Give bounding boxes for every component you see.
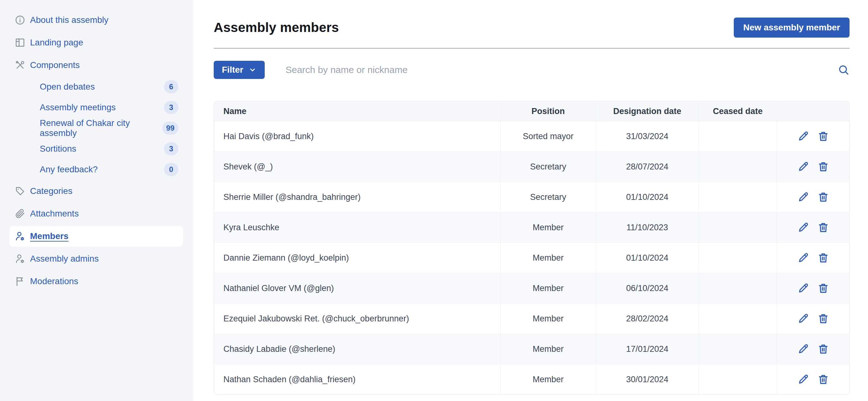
- new-assembly-member-button[interactable]: New assembly member: [734, 18, 849, 37]
- member-name: Hai Davis (@brad_funk): [214, 121, 501, 152]
- page: { "colors": { "accent_blue": "#2d5cb8", …: [0, 0, 868, 401]
- delete-button[interactable]: [817, 130, 829, 142]
- member-name: Chasidy Labadie (@sherlene): [214, 334, 501, 364]
- members-table-grid: NamePositionDesignation dateCeased date …: [214, 102, 849, 394]
- column-header-actions: [777, 102, 849, 121]
- edit-button[interactable]: [797, 191, 809, 203]
- edit-button[interactable]: [797, 252, 809, 264]
- sidebar-item-renewal-of-chakar-city-assembly[interactable]: Renewal of Chakar city assembly99: [9, 119, 183, 138]
- member-name: Sherrie Miller (@shandra_bahringer): [214, 182, 501, 212]
- sidebar-item-assembly-admins[interactable]: Assembly admins: [9, 249, 183, 269]
- count-badge: 3: [164, 142, 178, 155]
- user-gear-icon: [14, 231, 26, 242]
- edit-button[interactable]: [797, 130, 809, 142]
- delete-button[interactable]: [817, 343, 829, 355]
- title-row: Assembly members New assembly member: [214, 18, 849, 37]
- flag-icon: [14, 276, 26, 287]
- designation-date: 30/01/2024: [596, 364, 699, 395]
- sidebar-item-label: Components: [30, 60, 80, 70]
- column-header-position: Position: [501, 102, 596, 121]
- paperclip-icon: [14, 208, 26, 219]
- delete-button[interactable]: [817, 282, 829, 294]
- sidebar-item-label: Assembly admins: [30, 254, 99, 264]
- sidebar-item-label: Moderations: [30, 276, 78, 286]
- column-header-name: Name: [214, 102, 501, 121]
- table-row: Hai Davis (@brad_funk)Sorted mayor31/03/…: [214, 121, 849, 152]
- column-header-ceased-date: Ceased date: [699, 102, 777, 121]
- delete-button[interactable]: [817, 161, 829, 173]
- count-badge: 6: [164, 80, 178, 93]
- sidebar-item-label: Attachments: [30, 209, 79, 219]
- sidebar-item-sortitions[interactable]: Sortitions3: [9, 139, 183, 158]
- count-badge: 99: [162, 121, 178, 135]
- search-icon[interactable]: [838, 64, 849, 76]
- ceased-date: [699, 304, 777, 334]
- chevron-down-icon: [248, 66, 256, 74]
- ceased-date: [699, 334, 777, 364]
- table-row: Kyra LeuschkeMember11/10/2023: [214, 212, 849, 243]
- members-table: NamePositionDesignation dateCeased date …: [214, 101, 849, 395]
- delete-button[interactable]: [817, 373, 829, 385]
- sidebar-item-label: Categories: [30, 186, 72, 196]
- sidebar-item-label: Landing page: [30, 37, 83, 48]
- toolbar: Filter: [214, 61, 849, 79]
- member-position: Member: [501, 212, 596, 243]
- table-row: Nathan Schaden (@dahlia_friesen)Member30…: [214, 364, 849, 395]
- sidebar-item-open-debates[interactable]: Open debates6: [9, 77, 183, 96]
- edit-button[interactable]: [797, 222, 809, 233]
- member-position: Member: [501, 273, 596, 304]
- delete-button[interactable]: [817, 191, 829, 203]
- designation-date: 31/03/2024: [596, 121, 699, 152]
- filter-label: Filter: [222, 65, 243, 75]
- sidebar-item-label: Open debates: [40, 82, 95, 92]
- designation-date: 11/10/2023: [596, 212, 699, 243]
- member-position: Secretary: [501, 152, 596, 182]
- main-content: Assembly members New assembly member Fil…: [193, 0, 868, 401]
- edit-button[interactable]: [797, 282, 809, 294]
- sidebar-item-components[interactable]: Components: [9, 55, 183, 76]
- table-header-row: NamePositionDesignation dateCeased date: [214, 102, 849, 121]
- column-header-designation-date: Designation date: [596, 102, 699, 121]
- layout-icon: [14, 37, 26, 48]
- sidebar: About this assemblyLanding pageComponent…: [0, 0, 193, 401]
- edit-button[interactable]: [797, 343, 809, 355]
- delete-button[interactable]: [817, 222, 829, 233]
- member-name: Nathaniel Glover VM (@glen): [214, 273, 501, 304]
- info-icon: [14, 15, 26, 26]
- filter-button[interactable]: Filter: [214, 61, 265, 79]
- designation-date: 28/02/2024: [596, 304, 699, 334]
- table-row: Dannie Ziemann (@loyd_koelpin)Member01/1…: [214, 243, 849, 273]
- sidebar-item-categories[interactable]: Categories: [9, 181, 183, 201]
- sidebar-item-any-feedback[interactable]: Any feedback?0: [9, 160, 183, 179]
- ceased-date: [699, 243, 777, 273]
- designation-date: 01/10/2024: [596, 243, 699, 273]
- sidebar-item-members[interactable]: Members: [9, 226, 183, 247]
- sidebar-item-landing-page[interactable]: Landing page: [9, 32, 183, 53]
- member-name: Ezequiel Jakubowski Ret. (@chuck_oberbru…: [214, 304, 501, 334]
- designation-date: 06/10/2024: [596, 273, 699, 304]
- row-actions: [777, 182, 849, 212]
- sidebar-item-assembly-meetings[interactable]: Assembly meetings3: [9, 98, 183, 117]
- sidebar-item-moderations[interactable]: Moderations: [9, 271, 183, 292]
- count-badge: 3: [164, 101, 178, 114]
- ceased-date: [699, 121, 777, 152]
- edit-button[interactable]: [797, 313, 809, 324]
- row-actions: [777, 304, 849, 334]
- sidebar-item-attachments[interactable]: Attachments: [9, 203, 183, 224]
- ceased-date: [699, 212, 777, 243]
- delete-button[interactable]: [817, 313, 829, 324]
- delete-button[interactable]: [817, 252, 829, 264]
- sidebar-item-about-this-assembly[interactable]: About this assembly: [9, 10, 183, 30]
- table-row: Nathaniel Glover VM (@glen)Member06/10/2…: [214, 273, 849, 304]
- table-row: Chasidy Labadie (@sherlene)Member17/01/2…: [214, 334, 849, 364]
- member-name: Kyra Leuschke: [214, 212, 501, 243]
- sidebar-item-label: Assembly meetings: [40, 103, 116, 112]
- tools-icon: [14, 59, 26, 71]
- edit-button[interactable]: [797, 373, 809, 385]
- search-input[interactable]: [285, 64, 831, 76]
- edit-button[interactable]: [797, 161, 809, 173]
- designation-date: 17/01/2024: [596, 334, 699, 364]
- member-position: Secretary: [501, 182, 596, 212]
- member-position: Sorted mayor: [501, 121, 596, 152]
- member-position: Member: [501, 334, 596, 364]
